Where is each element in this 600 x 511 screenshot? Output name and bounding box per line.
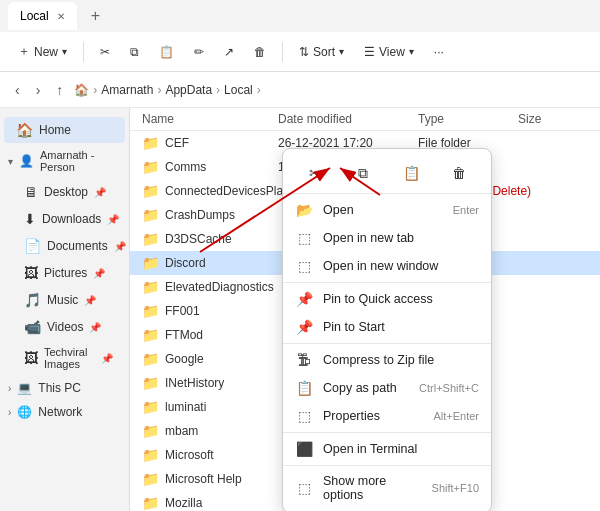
- ctx-open-shortcut: Enter: [453, 204, 479, 216]
- breadcrumb-part-1[interactable]: Amarnath: [101, 83, 153, 97]
- paste-button[interactable]: 📋: [151, 41, 182, 63]
- ctx-properties-shortcut: Alt+Enter: [433, 410, 479, 422]
- sidebar-pictures-label: Pictures: [44, 266, 87, 280]
- downloads-icon: ⬇: [24, 211, 36, 227]
- forward-button[interactable]: ›: [31, 79, 46, 101]
- breadcrumb-home-icon: 🏠: [74, 83, 89, 97]
- pin-start-icon: 📌: [295, 319, 313, 335]
- ctx-copy-path[interactable]: 📋 Copy as path Ctrl+Shift+C: [283, 374, 491, 402]
- ctx-open-new-window[interactable]: ⬚ Open in new window: [283, 252, 491, 280]
- tab-local[interactable]: Local ✕: [8, 2, 77, 30]
- ctx-copy-path-shortcut: Ctrl+Shift+C: [419, 382, 479, 394]
- view-button[interactable]: ☰ View ▾: [356, 41, 422, 63]
- copy-icon: ⧉: [130, 45, 139, 59]
- ctx-paste-button[interactable]: 📋: [395, 159, 427, 187]
- sidebar-item-music[interactable]: 🎵 Music 📌: [4, 287, 125, 313]
- sidebar-item-documents[interactable]: 📄 Documents 📌: [4, 233, 125, 259]
- folder-icon: 📁: [142, 159, 159, 175]
- chevron-icon: ▾: [8, 156, 13, 167]
- new-tab-button[interactable]: +: [85, 7, 106, 25]
- pin-icon-mus: 📌: [84, 295, 96, 306]
- delete-icon: 🗑: [254, 45, 266, 59]
- ctx-open-label: Open: [323, 203, 443, 217]
- copy-path-icon: 📋: [295, 380, 313, 396]
- new-icon: ＋: [18, 43, 30, 60]
- ctx-pin-start[interactable]: 📌 Pin to Start: [283, 313, 491, 341]
- new-tab-icon: ⬚: [295, 230, 313, 246]
- ctx-open-new-tab[interactable]: ⬚ Open in new tab: [283, 224, 491, 252]
- sidebar-item-home[interactable]: 🏠 Home: [4, 117, 125, 143]
- more-options-icon: ⬚: [295, 480, 313, 496]
- view-chevron-icon: ▾: [409, 46, 414, 57]
- ctx-show-more[interactable]: ⬚ Show more options Shift+F10: [283, 468, 491, 508]
- breadcrumb-part-2[interactable]: AppData: [165, 83, 212, 97]
- tab-close-button[interactable]: ✕: [57, 11, 65, 22]
- ctx-separator-1: [283, 282, 491, 283]
- sidebar-item-thispc[interactable]: › 💻 This PC: [0, 376, 129, 400]
- ctx-open[interactable]: 📂 Open Enter: [283, 196, 491, 224]
- tab-label: Local: [20, 9, 49, 23]
- ctx-open-terminal[interactable]: ⬛ Open in Terminal: [283, 435, 491, 463]
- up-button[interactable]: ↑: [51, 79, 68, 101]
- ctx-pin-start-label: Pin to Start: [323, 320, 479, 334]
- ctx-properties[interactable]: ⬚ Properties Alt+Enter: [283, 402, 491, 430]
- file-list-header: Name Date modified Type Size: [130, 108, 600, 131]
- folder-icon: 📁: [142, 207, 159, 223]
- terminal-icon: ⬛: [295, 441, 313, 457]
- new-chevron-icon: ▾: [62, 46, 67, 57]
- sidebar-item-downloads[interactable]: ⬇ Downloads 📌: [4, 206, 125, 232]
- person-icon: 👤: [19, 154, 34, 168]
- sidebar-item-network[interactable]: › 🌐 Network: [0, 400, 129, 424]
- cut-button[interactable]: ✂: [92, 41, 118, 63]
- back-button[interactable]: ‹: [10, 79, 25, 101]
- zip-icon: 🗜: [295, 352, 313, 368]
- sidebar-item-pictures[interactable]: 🖼 Pictures 📌: [4, 260, 125, 286]
- ctx-copy-button[interactable]: ⧉: [347, 159, 379, 187]
- ctx-pin-quick-access[interactable]: 📌 Pin to Quick access: [283, 285, 491, 313]
- folder-icon: 📁: [142, 423, 159, 439]
- sidebar-music-label: Music: [47, 293, 78, 307]
- folder-icon: 📁: [142, 351, 159, 367]
- sidebar-item-videos[interactable]: 📹 Videos 📌: [4, 314, 125, 340]
- copy-button[interactable]: ⧉: [122, 41, 147, 63]
- ctx-pin-quick-label: Pin to Quick access: [323, 292, 479, 306]
- sort-chevron-icon: ▾: [339, 46, 344, 57]
- folder-icon: 📁: [142, 279, 159, 295]
- sidebar-home-label: Home: [39, 123, 71, 137]
- techviral-icon: 🖼: [24, 350, 38, 366]
- pin-icon-dl: 📌: [107, 214, 119, 225]
- sidebar-item-techviral[interactable]: 🖼 Techviral Images 📌: [4, 341, 125, 375]
- delete-button[interactable]: 🗑: [246, 41, 274, 63]
- ctx-cut-button[interactable]: ✂: [299, 159, 331, 187]
- share-button[interactable]: ↗: [216, 41, 242, 63]
- title-bar: Local ✕ +: [0, 0, 600, 32]
- folder-icon: 📁: [142, 231, 159, 247]
- sort-button[interactable]: ⇅ Sort ▾: [291, 41, 352, 63]
- thispc-chevron-icon: ›: [8, 383, 11, 394]
- folder-icon: 📁: [142, 327, 159, 343]
- rename-icon: ✏: [194, 45, 204, 59]
- more-button[interactable]: ···: [426, 41, 452, 63]
- sidebar-section-person[interactable]: ▾ 👤 Amarnath - Person: [0, 144, 129, 178]
- header-size: Size: [518, 112, 588, 126]
- videos-icon: 📹: [24, 319, 41, 335]
- new-button[interactable]: ＋ New ▾: [10, 39, 75, 64]
- folder-icon: 📁: [142, 255, 159, 271]
- ctx-compress-zip[interactable]: 🗜 Compress to Zip file: [283, 346, 491, 374]
- ctx-delete-button[interactable]: 🗑: [443, 159, 475, 187]
- breadcrumb-part-3[interactable]: Local: [224, 83, 253, 97]
- folder-icon: 📁: [142, 183, 159, 199]
- folder-icon: 📁: [142, 447, 159, 463]
- context-menu: ✂ ⧉ 📋 🗑 📂 Open Enter ⬚ Open in new tab ⬚…: [282, 148, 492, 511]
- ctx-separator-3: [283, 432, 491, 433]
- toolbar: ＋ New ▾ ✂ ⧉ 📋 ✏ ↗ 🗑 ⇅ Sort ▾ ☰ View ▾ ··…: [0, 32, 600, 72]
- sidebar-item-desktop[interactable]: 🖥 Desktop 📌: [4, 179, 125, 205]
- ctx-new-tab-label: Open in new tab: [323, 231, 479, 245]
- ctx-new-window-label: Open in new window: [323, 259, 479, 273]
- folder-icon: 📁: [142, 303, 159, 319]
- ctx-copy-path-label: Copy as path: [323, 381, 409, 395]
- share-icon: ↗: [224, 45, 234, 59]
- documents-icon: 📄: [24, 238, 41, 254]
- ctx-terminal-label: Open in Terminal: [323, 442, 479, 456]
- rename-button[interactable]: ✏: [186, 41, 212, 63]
